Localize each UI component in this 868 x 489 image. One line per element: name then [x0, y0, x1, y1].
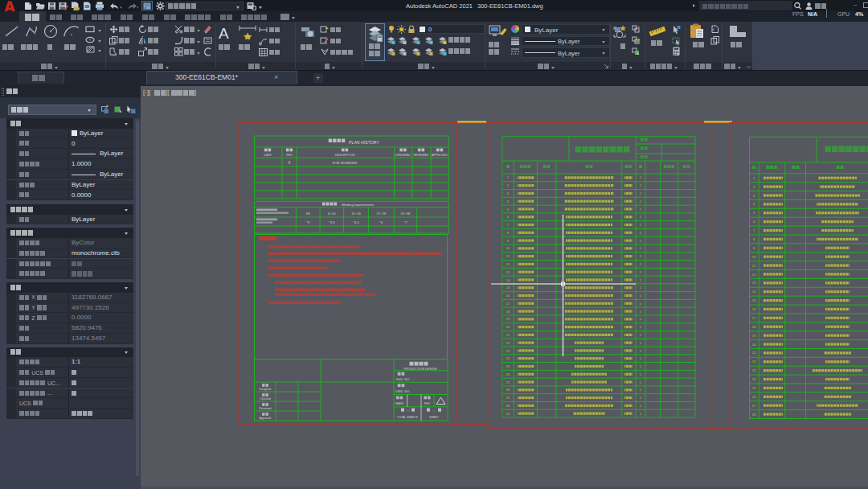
- svg-text:21: 21: [506, 333, 510, 337]
- svg-text:11: 11: [506, 254, 510, 258]
- svg-text:24: 24: [752, 377, 756, 381]
- svg-text:14: 14: [506, 278, 510, 282]
- svg-text:7: 7: [507, 223, 510, 227]
- svg-text:DESCRIPTION: DESCRIPTION: [335, 154, 355, 157]
- svg-text:DATE: DATE: [264, 154, 272, 157]
- svg-text:9: 9: [507, 239, 510, 243]
- svg-text:1: 1: [640, 239, 642, 243]
- svg-text:13: 13: [752, 281, 756, 285]
- svg-text:1: 1: [640, 175, 642, 179]
- svg-text:1: 1: [640, 404, 642, 408]
- svg-text:27: 27: [506, 380, 510, 384]
- svg-text:1: 1: [640, 286, 642, 290]
- svg-text:23: 23: [506, 349, 510, 353]
- svg-text:18: 18: [506, 310, 510, 314]
- svg-text:15: 15: [506, 286, 510, 290]
- svg-text:2: 2: [507, 183, 510, 187]
- svg-text:28: 28: [752, 413, 756, 417]
- svg-text:26: 26: [752, 395, 756, 399]
- svg-text:Reviewed: Reviewed: [260, 407, 272, 410]
- svg-text:10: 10: [506, 246, 510, 250]
- svg-text:6: 6: [507, 215, 510, 219]
- svg-text:1: 1: [640, 396, 642, 400]
- svg-text:*3.5: *3.5: [329, 220, 335, 224]
- svg-text:5: 5: [507, 208, 510, 212]
- svg-text:29: 29: [506, 396, 510, 400]
- svg-text:17~28: 17~28: [376, 212, 386, 216]
- svg-text:2: 2: [753, 185, 755, 189]
- svg-text:1: 1: [640, 372, 642, 376]
- svg-text:1: 1: [640, 388, 642, 392]
- svg-text:1: 1: [640, 302, 642, 306]
- svg-text:3: 3: [753, 194, 755, 198]
- svg-text:1: 1: [753, 176, 755, 180]
- svg-text:APPROVED: APPROVED: [432, 154, 448, 157]
- svg-text:22: 22: [506, 341, 510, 345]
- svg-text:1: 1: [640, 223, 642, 227]
- svg-text:28: 28: [506, 388, 510, 392]
- svg-text:1: 1: [640, 380, 642, 384]
- svg-text:11: 11: [752, 264, 756, 268]
- svg-text:25: 25: [506, 364, 510, 368]
- svg-text:1: 1: [640, 199, 642, 203]
- svg-text:REV: REV: [424, 402, 431, 405]
- svg-text:3: 3: [507, 191, 510, 195]
- svg-text:10: 10: [752, 255, 756, 259]
- svg-text:12: 12: [506, 262, 510, 266]
- svg-text:16: 16: [752, 307, 756, 311]
- svg-text:TOTAL SHEETS: TOTAL SHEETS: [397, 416, 418, 419]
- svg-text:8: 8: [507, 231, 510, 235]
- svg-text:27: 27: [752, 404, 756, 408]
- svg-text:25: 25: [752, 386, 756, 390]
- svg-text:1: 1: [640, 317, 642, 321]
- svg-text:Welding requirements: Welding requirements: [342, 203, 375, 207]
- svg-text:7: 7: [753, 228, 755, 232]
- svg-text:30: 30: [506, 404, 510, 408]
- svg-text:Checked: Checked: [260, 397, 270, 401]
- svg-text:19: 19: [752, 334, 756, 338]
- svg-text:5: 5: [753, 211, 755, 215]
- svg-text:31: 31: [506, 412, 510, 416]
- svg-text:1: 1: [640, 262, 642, 266]
- svg-text:MASS: MASS: [395, 402, 404, 405]
- svg-text:21: 21: [752, 351, 756, 355]
- svg-text:23~38: 23~38: [401, 212, 411, 216]
- svg-text:4: 4: [753, 202, 755, 206]
- svg-text:12: 12: [752, 273, 756, 277]
- svg-text:1: 1: [640, 310, 642, 314]
- svg-text:17: 17: [752, 316, 756, 320]
- svg-text:HULL NO.: HULL NO.: [396, 378, 410, 381]
- svg-text:20: 20: [752, 343, 756, 347]
- svg-text:24: 24: [506, 356, 510, 360]
- svg-text:1: 1: [640, 349, 642, 353]
- svg-text:20: 20: [506, 325, 510, 329]
- svg-text:REVIEWED: REVIEWED: [413, 154, 429, 157]
- svg-text:1: 1: [507, 175, 510, 179]
- svg-text:1: 1: [640, 341, 642, 345]
- svg-text:4: 4: [507, 199, 510, 203]
- svg-text:11~16: 11~16: [351, 212, 361, 216]
- svg-text:18: 18: [752, 325, 756, 329]
- svg-text:8: 8: [753, 237, 755, 241]
- svg-text:1: 1: [433, 409, 436, 413]
- svg-text:FOR WORKING: FOR WORKING: [333, 161, 357, 165]
- svg-text:26: 26: [506, 372, 510, 376]
- svg-text:1: 1: [640, 294, 642, 298]
- svg-text:1: 1: [640, 231, 642, 235]
- svg-text:1: 1: [640, 246, 642, 250]
- svg-text:28: 28: [406, 409, 410, 413]
- svg-text:1: 1: [640, 215, 642, 219]
- svg-text:DESIGNED: DESIGNED: [395, 154, 411, 157]
- svg-text:1: 1: [640, 191, 642, 195]
- svg-text:22: 22: [752, 360, 756, 364]
- svg-text:*4.5: *4.5: [353, 220, 359, 224]
- svg-text:PRODUCTION DESIGN: PRODUCTION DESIGN: [403, 368, 436, 371]
- svg-text:*3: *3: [306, 220, 310, 224]
- svg-text:REV: REV: [286, 154, 293, 157]
- svg-text:16: 16: [506, 294, 510, 298]
- svg-text:1: 1: [640, 364, 642, 368]
- svg-text:Designed: Designed: [260, 388, 271, 391]
- svg-text:6: 6: [753, 220, 755, 224]
- svg-text:PLAN HISTORY: PLAN HISTORY: [349, 140, 379, 145]
- svg-text:19: 19: [506, 317, 510, 321]
